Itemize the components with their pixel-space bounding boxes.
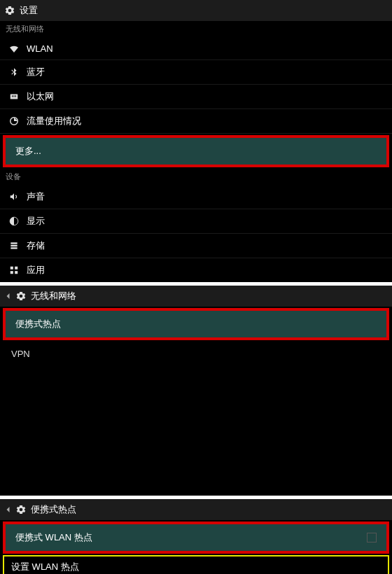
svg-rect-9: [10, 267, 13, 270]
subheader: 便携式热点: [0, 499, 392, 520]
apps-icon: [7, 265, 21, 275]
data-usage-item[interactable]: 流量使用情况: [0, 109, 392, 134]
bluetooth-label: 蓝牙: [27, 66, 45, 78]
bluetooth-item[interactable]: 蓝牙: [0, 60, 392, 85]
section-wireless-label: 无线和网络: [0, 21, 392, 37]
svg-rect-3: [15, 95, 16, 97]
data-usage-icon: [7, 116, 21, 126]
bluetooth-icon: [7, 67, 21, 77]
hotspot-toggle-checkbox[interactable]: [367, 533, 377, 542]
apps-item[interactable]: 应用: [0, 258, 392, 282]
svg-rect-7: [10, 245, 17, 246]
settings-title: 设置: [20, 4, 38, 17]
gear-icon: [15, 504, 27, 515]
svg-rect-8: [10, 247, 17, 248]
setup-wlan-hotspot-item[interactable]: 设置 WLAN 热点 AndroidAPWPA2 PSK便携式 WLAN 热点: [3, 555, 389, 574]
svg-rect-2: [13, 95, 14, 97]
wifi-icon: [7, 43, 21, 54]
hotspot-title: 便携式热点: [31, 503, 76, 516]
more-label: 更多...: [15, 145, 41, 158]
sound-icon: [7, 192, 21, 202]
display-icon: [7, 216, 21, 226]
portable-wlan-hotspot-item[interactable]: 便携式 WLAN 热点: [3, 522, 389, 554]
gear-icon: [4, 5, 15, 16]
storage-label: 存储: [27, 239, 45, 252]
display-label: 显示: [27, 215, 45, 227]
wireless-networks-panel: 无线和网络 便携式热点 VPN: [0, 286, 392, 496]
back-icon[interactable]: [4, 291, 13, 301]
svg-rect-6: [10, 242, 17, 244]
ethernet-label: 以太网: [27, 90, 54, 103]
header: 设置: [0, 0, 392, 21]
portable-hotspot-label: 便携式热点: [15, 318, 61, 330]
wireless-title: 无线和网络: [31, 290, 76, 302]
svg-rect-1: [12, 95, 13, 97]
storage-icon: [7, 241, 21, 251]
svg-rect-12: [15, 271, 18, 274]
portable-hotspot-item[interactable]: 便携式热点: [3, 308, 389, 340]
subheader: 无线和网络: [0, 286, 392, 307]
more-item[interactable]: 更多...: [3, 135, 389, 167]
ethernet-item[interactable]: 以太网: [0, 85, 392, 109]
display-item[interactable]: 显示: [0, 209, 392, 234]
settings-panel: 设置 无线和网络 WLAN 蓝牙 以太网 流量使用情况 更多... 设备 声音: [0, 0, 392, 282]
portable-wlan-hotspot-label: 便携式 WLAN 热点: [15, 531, 92, 544]
sound-label: 声音: [27, 190, 45, 203]
wlan-label: WLAN: [27, 43, 53, 54]
sound-item[interactable]: 声音: [0, 185, 392, 209]
svg-rect-10: [15, 267, 18, 270]
ethernet-icon: [7, 92, 21, 102]
vpn-item[interactable]: VPN: [0, 342, 392, 366]
section-device-label: 设备: [0, 169, 392, 185]
setup-wlan-hotspot-label: 设置 WLAN 热点: [11, 561, 381, 573]
back-icon[interactable]: [4, 505, 13, 514]
wlan-item[interactable]: WLAN: [0, 37, 392, 60]
storage-item[interactable]: 存储: [0, 234, 392, 258]
data-usage-label: 流量使用情况: [27, 115, 81, 127]
vpn-label: VPN: [11, 349, 30, 359]
svg-rect-11: [10, 271, 13, 274]
portable-hotspot-panel: 便携式热点 便携式 WLAN 热点 设置 WLAN 热点 AndroidAPWP…: [0, 499, 392, 574]
gear-icon: [15, 290, 27, 302]
apps-label: 应用: [27, 264, 45, 276]
